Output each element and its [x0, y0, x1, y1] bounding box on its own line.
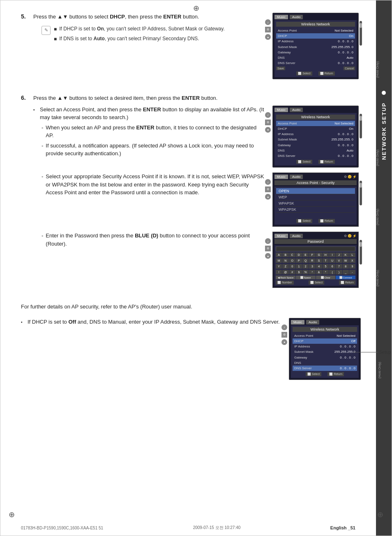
screen4-footer: ⬜ Number ⬜ Select ⬜ Return: [276, 281, 355, 285]
step5-bold-dhcp: DHCP: [110, 14, 125, 20]
icon-music5: ♪: [281, 324, 287, 330]
crosshair-top-icon: ⊕: [193, 4, 199, 13]
icon-gear4: ⚙: [265, 246, 271, 251]
step6-screen2-col: ♪ ⚙ ● Music Audio Wireless Networ: [272, 106, 363, 168]
screen2-wrapper: ♪ ⚙ ● Music Audio Wireless Networ: [272, 106, 359, 168]
screen3-wrapper: ♪ ⚙ ● Music Audio: [272, 173, 359, 227]
icon-circle2: ●: [265, 127, 271, 133]
step6-content: Press the ▲▼ buttons to select a desired…: [33, 94, 363, 288]
tab-audio5: Audio: [306, 320, 319, 324]
note-box: ✎ ■ If DHCP is set to On, you can't sele…: [42, 25, 264, 45]
screen5-select: ⬜ Select: [306, 372, 321, 376]
screen1-hold-only: (Hold Only): [376, 61, 379, 78]
step5-bold-enter: ENTER: [163, 14, 181, 20]
tab-music5: Music: [291, 320, 304, 324]
sidebar-right: NETWORK SETUP: [376, 0, 392, 536]
screen5-return: ⬜ Return: [327, 372, 344, 376]
screen3-left-icons: ♪ ⚙ ●: [265, 179, 271, 200]
step6-row3: - Enter in the Password then press the B…: [33, 232, 363, 288]
note-item-2: ■ If DNS is set to Auto, you can't selec…: [54, 35, 225, 43]
screen5-row-dns: DNS: [293, 360, 357, 366]
crosshair-br-icon: ⊕: [377, 510, 383, 519]
screen1-title: Wireless Network: [276, 22, 355, 27]
tab-audio: Audio: [290, 15, 303, 19]
screen1-mock: Music Audio Wireless Network Access Poin…: [272, 13, 359, 79]
screen1-panel: Wireless Network Access PointNot Selecte…: [274, 20, 357, 77]
page: ⊕ NETWORK SETUP 5. Press the ▲▼ buttons …: [0, 0, 392, 536]
tab-music4: Music: [274, 234, 288, 238]
icon-gear2: ⚙: [265, 120, 271, 125]
step5: 5. Press the ▲▼ buttons to select DHCP, …: [21, 13, 363, 79]
step6-screen4-col: ♪ ⚙ ● Music Audio: [272, 232, 363, 288]
tab-music2: Music: [274, 108, 288, 112]
screen2-row-ip: IP Address0 . 0 . 0 . 0: [276, 131, 355, 137]
screen4-left-icons: ♪ ⚙ ●: [265, 238, 271, 259]
screen2-scrollbar: [360, 114, 362, 138]
step6-number: 6.: [21, 94, 29, 101]
dhcp-off-text: • If DHCP is set to Off and, DNS to Manu…: [21, 318, 281, 328]
step5-text-col: Press the ▲▼ buttons to select DHCP, the…: [33, 13, 264, 49]
screen1-row-gw: Gateway0 . 0 . 0 . 0: [276, 50, 355, 55]
screen2-tabbar: Music Audio: [274, 108, 357, 112]
keyboard-row2: MNOP QRST UVWX: [276, 258, 355, 263]
screen1-footer: ⬜ Select ⬜ Return: [276, 71, 355, 76]
screen4-scroll-thumb: [360, 242, 362, 247]
step6-dash-4: - Enter in the Password then press the B…: [42, 232, 264, 248]
screen1-return: ⬜ Return: [318, 71, 335, 76]
step6-row1: • Select an Access Point, and then press…: [33, 106, 363, 168]
screen1-row-dns: DNSAuto: [276, 55, 355, 60]
screen5-row-dnsserver: DNS Server0 . 0 . 0 . 0: [293, 366, 357, 371]
screen2-footer: ⬜ Select ⬜ Return: [276, 160, 355, 164]
gap1: [21, 87, 363, 94]
screen2-row-subnet: Subnet Mask255.255.255. 0: [276, 137, 355, 142]
screen2-row-dhcp: DHCPOn: [276, 126, 355, 131]
step6-main-text: Press the ▲▼ buttons to select a desired…: [33, 94, 363, 102]
step5-content: Press the ▲▼ buttons to select DHCP, the…: [33, 13, 363, 79]
security-wpa2psk: WPA2PSK: [276, 207, 355, 213]
security-wep: WEP: [276, 194, 355, 200]
screen4-hold-only: (Hold Only): [376, 270, 379, 286]
screen3-scroll-thumb: [360, 183, 362, 188]
tab-music: Music: [274, 15, 288, 19]
icon-circle: ●: [265, 34, 271, 40]
screen4-title: Password: [274, 239, 357, 244]
screen4-wrapper: ♪ ⚙ ● Music Audio: [272, 232, 359, 288]
step6-dash-3: - Select your appropriate Security Acces…: [42, 173, 264, 197]
tab-audio4: Audio: [290, 234, 303, 238]
note-item-1: ■ If DHCP is set to On, you can't select…: [54, 25, 225, 33]
setup-available-text: Setup available: [379, 350, 392, 354]
screen5-title: Wireless Network: [293, 327, 357, 332]
screen5-row-dhcp: DHCPOff: [293, 338, 357, 344]
screen5-tabbar: Music Audio: [291, 320, 359, 324]
icon-circle4: ●: [265, 253, 271, 259]
icon-music3: ♪: [265, 179, 271, 185]
icon-music: ♪: [265, 19, 271, 25]
screen3-title: Access Point - Security: [274, 180, 357, 185]
for-further-text: For further details on AP security, refe…: [21, 303, 363, 311]
footer-date: 2009-07-15 오전 10:27:40: [193, 525, 241, 531]
screen1-scrollbar: [360, 21, 362, 46]
sidebar-label: NETWORK SETUP: [381, 102, 387, 160]
dhcp-off-row: • If DHCP is set to Off and, DNS to Manu…: [21, 318, 363, 380]
icon-gear5: ⚙: [281, 332, 287, 338]
screen2-return: ⬜ Return: [318, 160, 335, 164]
screen3-hold-only: (Hold Only): [376, 209, 379, 225]
screen2-hold-only: (Hold Only): [376, 150, 379, 166]
screen2-select: ⬜ Select: [296, 160, 312, 164]
annotation-line: [353, 352, 378, 352]
step6-text-col: • Select an Access Point, and then press…: [33, 106, 264, 160]
step5-text: Press the ▲▼ buttons to select DHCP, the…: [33, 13, 264, 21]
screen2-mock: Music Audio Wireless Network Access Poin…: [272, 106, 359, 168]
sidebar-dot: [382, 91, 386, 95]
keyboard-row3: YZ01 2345 6789: [276, 264, 355, 269]
footer-doc-id: 01783H-BD-P1590,1590C,1600-XAA-E51 51: [21, 526, 103, 530]
crosshair-bl-icon: ⊕: [9, 510, 15, 519]
keyboard-row1: ABCD EFGH IJKL: [276, 253, 355, 257]
screen4-mock: Music Audio ⚙ 😊 ⚡ Password: [272, 232, 359, 288]
screen3-select: ⬜ Select: [296, 219, 312, 223]
dhcp-off-bullet: • If DHCP is set to Off and, DNS to Manu…: [21, 318, 281, 326]
gap2: [21, 296, 363, 303]
screen2-left-icons: ♪ ⚙ ●: [265, 112, 271, 133]
step6-bullet-ap: • Select an Access Point, and then press…: [33, 106, 264, 122]
screen2-row-ap: Access PointNot Selected: [276, 121, 355, 126]
